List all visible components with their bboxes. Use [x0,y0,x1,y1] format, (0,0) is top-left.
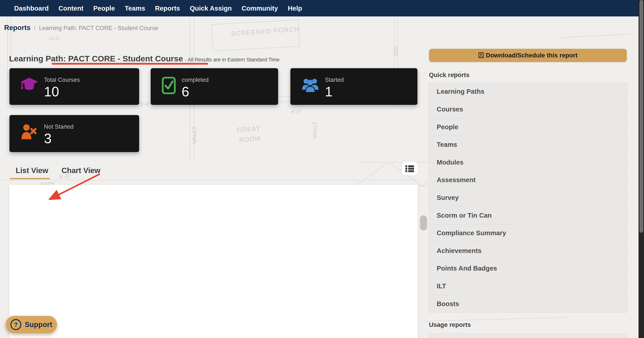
stat-label: completed [182,77,209,83]
blueprint-label: VAULT [312,122,318,139]
support-button[interactable]: ? Support [6,316,57,333]
blueprint-label: 3'-4" [140,101,150,107]
course-table-panel: Course Marking Overdue Complete PACT Int… [10,185,418,338]
stat-label: Started [325,77,344,83]
page-title: Learning Path: PACT CORE - Student Cours… [9,54,183,63]
stat-value: 10 [44,85,80,98]
quick-report-scorm-tincan[interactable]: Scorm or Tin Can [429,206,627,224]
stat-value: 6 [182,85,209,98]
blueprint-label: VAULT [191,126,198,144]
blueprint-label: REF [393,46,398,56]
quick-report-assessment[interactable]: Assessment [429,171,627,189]
stat-card-completed: completed 6 [151,68,278,105]
usage-reports-heading: Usage reports [429,321,471,328]
tabs-divider [0,180,418,180]
blueprint-label: CLO. [49,35,61,41]
timezone-note: - All Results are in Eastern Standard Ti… [185,57,280,63]
nav-community[interactable]: Community [242,5,278,12]
blueprint-label: ROOM [239,135,261,143]
nav-help[interactable]: Help [288,5,302,12]
nav-dashboard[interactable]: Dashboard [14,5,49,12]
nav-people[interactable]: People [93,5,115,12]
blueprint-label: GREAT [236,125,260,134]
quick-reports-heading: Quick reports [429,71,470,79]
breadcrumb-reports-link[interactable]: Reports [4,24,30,32]
inner-scrollbar-thumb[interactable] [420,215,427,230]
nav-content[interactable]: Content [58,5,84,12]
quick-report-boosts[interactable]: Boosts [429,295,627,312]
tab-list-view[interactable]: List View [16,166,48,175]
graduation-cap-icon [20,77,38,95]
reports-page: SCREENED PORCH CLO. GREAT ROOM VAULT VAU… [0,0,644,338]
quick-report-points-badges[interactable]: Points And Badges [429,260,627,277]
quick-reports-list: Learning Paths Courses People Teams Modu… [428,83,627,313]
list-view-icon [405,165,414,173]
person-x-icon [20,123,38,141]
save-disk-icon [478,52,484,58]
nav-quick-assign[interactable]: Quick Assign [190,5,232,12]
question-mark-icon: ? [10,319,21,330]
blueprint-label: 6'-0" [292,108,302,115]
top-navbar: Dashboard Content People Teams Reports Q… [0,0,638,17]
active-tab-underline [10,178,50,179]
quick-report-teams[interactable]: Teams [429,136,627,154]
stat-label: Not Started [44,123,74,130]
quick-report-learning-paths[interactable]: Learning Paths [429,83,627,101]
people-group-icon [301,77,319,95]
quick-report-people[interactable]: People [429,118,627,136]
checkbox-checked-icon [162,77,176,95]
support-label: Support [25,321,52,329]
nav-reports[interactable]: Reports [155,5,180,12]
stat-value: 1 [325,85,344,98]
download-schedule-label: Download/Schedule this report [486,52,578,59]
list-view-toggle-button[interactable] [402,162,418,175]
stat-value: 3 [44,132,74,145]
stat-card-started: Started 1 [290,68,418,105]
breadcrumb-separator: / [34,25,36,32]
page-scrollbar-thumb[interactable] [640,0,643,233]
blueprint-label: SCREENED PORCH [231,25,300,37]
view-tabs: List View Chart View [16,166,100,175]
quick-report-modules[interactable]: Modules [429,153,627,171]
download-schedule-button[interactable]: Download/Schedule this report [429,49,627,62]
quick-report-courses[interactable]: Courses [429,101,627,118]
usage-reports-list-partial[interactable] [428,333,627,338]
title-underline [52,63,208,65]
quick-report-ilt[interactable]: ILT [429,277,627,295]
breadcrumb-current: Learning Path: PACT CORE - Student Cours… [39,25,158,32]
quick-report-compliance-summary[interactable]: Compliance Summary [429,224,627,242]
quick-report-achievements[interactable]: Achievements [429,242,627,260]
page-title-row: Learning Path: PACT CORE - Student Cours… [9,54,280,63]
breadcrumb: Reports / Learning Path: PACT CORE - Stu… [4,24,158,32]
tab-chart-view[interactable]: Chart View [62,166,100,175]
stat-card-total-courses: Total Courses 10 [10,68,139,105]
stat-label: Total Courses [44,77,80,83]
quick-report-survey[interactable]: Survey [429,189,627,207]
nav-teams[interactable]: Teams [125,5,145,12]
stat-card-not-started: Not Started 3 [10,115,139,152]
